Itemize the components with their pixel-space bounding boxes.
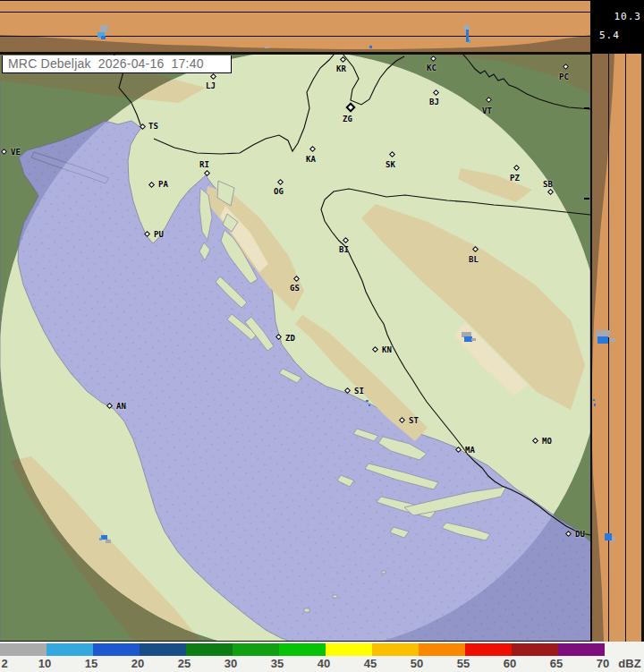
height-line-5km	[608, 54, 609, 642]
colorbar-segment	[140, 643, 186, 656]
vertical-profile-top-strip	[0, 0, 590, 54]
height-line-5km	[0, 36, 590, 37]
colorbar-segment	[186, 643, 233, 656]
colorbar-unit-label: dBZ	[618, 657, 640, 670]
height-line-10km	[0, 12, 590, 13]
colorbar-segment	[93, 643, 140, 656]
colorbar-tick: 65	[550, 657, 563, 670]
colorbar-tick: 30	[225, 657, 237, 670]
colorbar-tick: 55	[457, 657, 470, 670]
height-scale-upper-value: 10.3	[614, 11, 642, 22]
colorbar-tick: 20	[131, 657, 144, 670]
map-frame-top	[0, 54, 590, 55]
height-scale-lower-value: 5.4	[599, 30, 620, 41]
colorbar-tick: 2	[1, 657, 7, 670]
colorbar-segment	[465, 643, 512, 656]
colorbar-segment	[279, 643, 326, 656]
colorbar-tick: 35	[271, 657, 284, 670]
map-graphic	[0, 54, 590, 642]
radar-display-screen: 10.3 5.4	[0, 0, 644, 672]
colorbar-segment	[326, 643, 372, 656]
colorbar-tick: 40	[318, 657, 330, 670]
frame-top	[0, 0, 590, 1]
inside-radar-range	[0, 54, 590, 642]
colorbar-segment	[233, 643, 279, 656]
colorbar-tick: 15	[85, 657, 97, 670]
profile-height-scale-box: 10.3 5.4	[590, 0, 644, 54]
colorbar-tick: 45	[364, 657, 377, 670]
colorbar-tick: 25	[178, 657, 191, 670]
colorbar-tick: 10	[38, 657, 51, 670]
radar-ppi-map	[0, 54, 590, 642]
colorbar-tick: 60	[504, 657, 516, 670]
colorbar-segment	[558, 643, 605, 656]
colorbar-segment	[512, 643, 558, 656]
colorbar-segment	[0, 643, 47, 656]
reflectivity-colorbar: 210152025303540455055606570 dBZ	[0, 642, 644, 672]
frame-left	[590, 54, 592, 642]
colorbar-segment	[419, 643, 465, 656]
vertical-profile-right-strip	[590, 54, 644, 642]
top-profile-graphic	[0, 0, 590, 54]
colorbar-segments	[0, 643, 605, 656]
colorbar-tick: 50	[411, 657, 423, 670]
colorbar-segment	[47, 643, 93, 656]
product-title-bar: MRC Debeljak 2026-04-16 17:40	[2, 55, 232, 73]
right-profile-graphic	[590, 54, 644, 642]
colorbar-tick: 70	[597, 657, 609, 670]
height-line-10km	[625, 54, 626, 642]
colorbar-segment	[372, 643, 419, 656]
